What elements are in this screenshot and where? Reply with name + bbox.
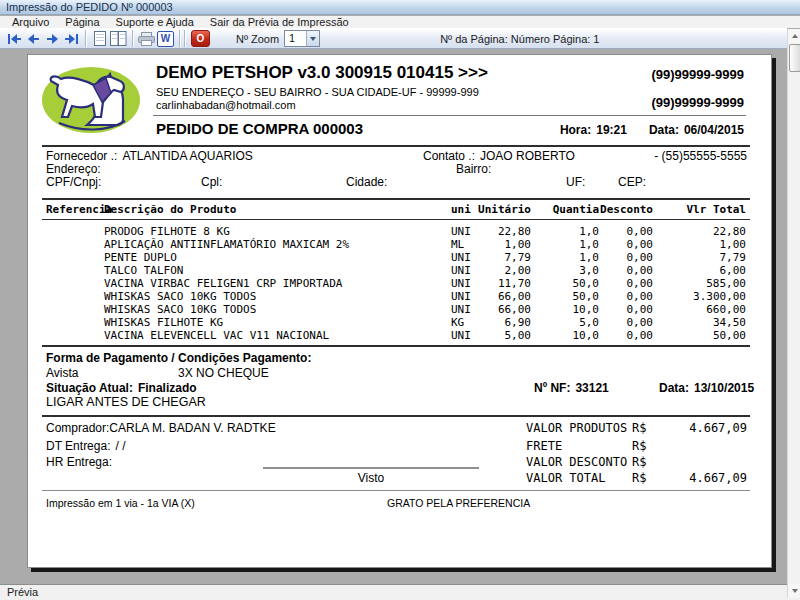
total-currency: R$: [632, 420, 660, 436]
next-page-button[interactable]: [43, 30, 62, 47]
order-status: Finalizado: [138, 381, 197, 395]
cell-uni: UNI: [451, 277, 478, 290]
cell-unit: 66,00: [478, 303, 531, 316]
cell-qty: 10,0: [531, 329, 599, 342]
total-amount: [660, 454, 747, 470]
vertical-scrollbar[interactable]: [787, 29, 800, 598]
cell-unit: 11,70: [478, 277, 531, 290]
divider: [42, 415, 750, 417]
payment-method-row: Avista 3X NO CHEQUE: [46, 366, 78, 380]
divider: [42, 490, 750, 491]
total-currency: R$: [632, 454, 660, 470]
prev-page-icon: [26, 33, 41, 45]
supplier-contact: Contato .:JOAO ROBERTO: [423, 150, 575, 163]
status-bar: Prévia: [0, 584, 800, 600]
cell-total: 1,00: [653, 238, 746, 251]
print-copies-note: Impressão em 1 via - 1a VIA (X): [46, 497, 195, 509]
cell-disc: 0,00: [599, 264, 653, 277]
cell-disc: 0,00: [599, 316, 653, 329]
word-export-icon: W: [157, 31, 174, 47]
order-title: PEDIDO DE COMPRA 000003: [156, 120, 363, 137]
table-row: WHISKAS SACO 10KG TODOS UNI 66,00 10,0 0…: [46, 303, 746, 316]
menu-item[interactable]: Arquivo: [4, 16, 57, 28]
cell-uni: UNI: [451, 303, 478, 316]
first-page-icon: [7, 33, 22, 45]
items-table-header: Referencia Descrição do Produto uni Unit…: [46, 203, 746, 216]
status-text: Prévia: [7, 586, 38, 598]
menu-item[interactable]: Sair da Prévia de Impressão: [202, 16, 357, 28]
col-qty: Quantia: [531, 203, 599, 216]
zoom-value: 1: [285, 33, 306, 44]
cell-total: 7,79: [653, 251, 746, 264]
col-ref: Referencia: [46, 203, 104, 216]
table-row: PRODOG FILHOTE 8 KG UNI 22,80 1,0 0,00 2…: [46, 225, 746, 238]
two-pages-view-button[interactable]: [109, 30, 128, 47]
totals-block: VALOR PRODUTOS R$ 4.667,09 FRETE R$ VALO…: [526, 420, 747, 486]
total-row: VALOR PRODUTOS R$ 4.667,09: [526, 420, 747, 436]
single-page-view-button[interactable]: [90, 30, 109, 47]
zoom-select[interactable]: 1: [284, 30, 320, 47]
close-preview-button[interactable]: O: [191, 30, 210, 47]
preview-area: DEMO PETSHOP v3.0 300915 010415 >>> SEU …: [0, 50, 800, 584]
cell-uni: UNI: [451, 225, 478, 238]
two-pages-icon: [110, 31, 127, 46]
zoom-label: Nº Zoom: [236, 33, 279, 45]
cell-disc: 0,00: [599, 290, 653, 303]
cell-total: 585,00: [653, 277, 746, 290]
export-word-button[interactable]: W: [156, 30, 175, 47]
first-page-button[interactable]: [5, 30, 24, 47]
window-title: Impressão do PEDIDO Nº 000003: [6, 1, 173, 13]
menu-item[interactable]: Suporte e Ajuda: [108, 16, 202, 28]
total-amount: 4.667,09: [660, 470, 747, 486]
scroll-down-icon[interactable]: [788, 584, 800, 598]
scroll-up-icon[interactable]: [788, 29, 800, 43]
total-row: FRETE R$: [526, 438, 747, 454]
thanks-note: GRATO PELA PREFERENCIA: [387, 497, 530, 509]
signature-label: Visto: [263, 471, 479, 485]
cell-total: 22,80: [653, 225, 746, 238]
cell-ref: [46, 251, 104, 264]
cell-qty: 1,0: [531, 251, 599, 264]
cell-desc: WHISKAS SACO 10KG TODOS: [104, 303, 451, 316]
cell-qty: 3,0: [531, 264, 599, 277]
total-label: VALOR TOTAL: [526, 470, 632, 486]
table-row: APLICAÇÃO ANTIINFLAMATÓRIO MAXICAM 2% ML…: [46, 238, 746, 251]
status-row: Situação Atual:Finalizado Nº NF:33121 Da…: [46, 381, 197, 395]
printer-icon: [138, 32, 155, 46]
cell-unit: 66,00: [478, 290, 531, 303]
contact-name: JOAO ROBERTO: [480, 149, 575, 163]
prev-page-button[interactable]: [24, 30, 43, 47]
menu-item[interactable]: Página: [57, 16, 107, 28]
invoice-date: Data:13/10/2015: [659, 381, 754, 395]
supplier-district-label: Bairro:: [456, 163, 491, 176]
supplier-label: Fornecedor .:: [46, 149, 117, 163]
cell-desc: PRODOG FILHOTE 8 KG: [104, 225, 451, 238]
cell-qty: 50,0: [531, 290, 599, 303]
cell-uni: UNI: [451, 329, 478, 342]
scrollbar-thumb[interactable]: [789, 44, 800, 72]
table-row: WHISKAS SACO 10KG TODOS UNI 66,00 50,0 0…: [46, 290, 746, 303]
payment-conditions: 3X NO CHEQUE: [178, 366, 269, 380]
company-name: DEMO PETSHOP v3.0 300915 010415 >>>: [156, 63, 488, 83]
cell-ref: [46, 303, 104, 316]
col-desc: Descrição do Produto: [104, 203, 451, 216]
cell-total: 3.300,00: [653, 290, 746, 303]
petshop-logo: [39, 63, 143, 137]
cell-desc: APLICAÇÃO ANTIINFLAMATÓRIO MAXICAM 2%: [104, 238, 451, 251]
total-currency: R$: [632, 438, 660, 454]
cell-uni: UNI: [451, 251, 478, 264]
last-page-icon: [64, 33, 79, 45]
cell-unit: 6,90: [478, 316, 531, 329]
cell-unit: 2,00: [478, 264, 531, 277]
last-page-button[interactable]: [62, 30, 81, 47]
supplier-city-label: Cidade:: [346, 176, 387, 189]
print-button[interactable]: [137, 30, 156, 47]
total-amount: 4.667,09: [660, 420, 747, 436]
divider: [42, 198, 750, 200]
company-phone-1: (99)99999-9999: [651, 67, 744, 82]
cell-disc: 0,00: [599, 225, 653, 238]
supplier-phone: - (55)55555-5555: [654, 150, 747, 163]
cell-total: 6,00: [653, 264, 746, 277]
total-label: VALOR PRODUTOS: [526, 420, 632, 436]
cell-desc: VACINA ELEVENCELL VAC V11 NACIONAL: [104, 329, 451, 342]
